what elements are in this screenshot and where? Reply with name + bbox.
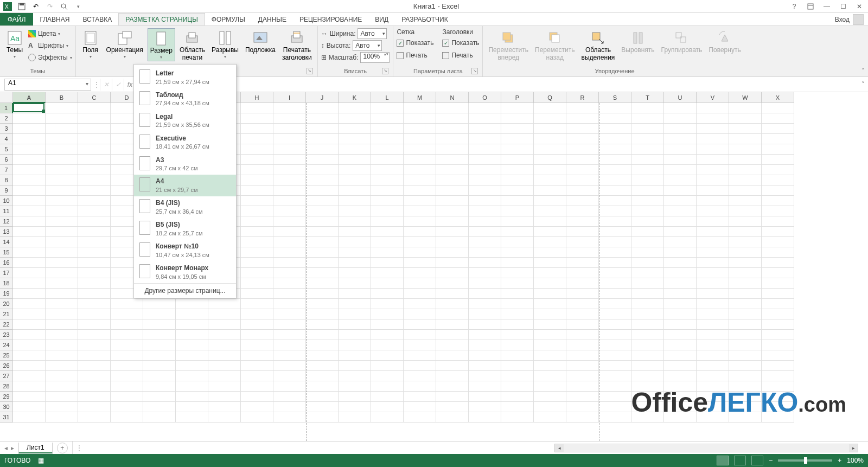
cell[interactable]	[534, 402, 566, 412]
cell[interactable]	[599, 268, 631, 278]
cell[interactable]	[631, 258, 664, 268]
cell[interactable]	[469, 258, 501, 268]
cell[interactable]	[78, 289, 111, 299]
cell[interactable]	[371, 165, 404, 175]
cell[interactable]	[78, 124, 111, 134]
cell[interactable]	[306, 361, 339, 371]
cell[interactable]	[371, 227, 404, 237]
cell[interactable]	[78, 330, 111, 340]
cell[interactable]	[631, 361, 664, 371]
cell[interactable]	[469, 381, 501, 392]
cell[interactable]	[176, 350, 208, 361]
cell[interactable]	[697, 144, 729, 155]
cell[interactable]	[339, 278, 371, 289]
cell[interactable]	[371, 412, 404, 423]
cell[interactable]	[599, 196, 631, 206]
cell[interactable]	[241, 103, 273, 113]
cell[interactable]	[501, 196, 534, 206]
cell[interactable]	[306, 196, 339, 206]
cell[interactable]	[241, 175, 273, 185]
size-option[interactable]: Таблоид27,94 см x 43,18 см	[134, 88, 236, 110]
cell[interactable]	[534, 196, 566, 206]
cell[interactable]	[697, 381, 729, 392]
tab-формулы[interactable]: ФОРМУЛЫ	[205, 13, 252, 25]
cell[interactable]	[762, 227, 794, 237]
cell[interactable]	[762, 247, 794, 258]
cell[interactable]	[436, 247, 469, 258]
cell[interactable]	[78, 165, 111, 175]
size-option[interactable]: A421 см x 29,7 см	[134, 175, 236, 196]
cell[interactable]	[46, 196, 78, 206]
row-header[interactable]: 11	[0, 206, 13, 216]
cell[interactable]	[273, 216, 306, 227]
cell[interactable]	[436, 371, 469, 381]
cell[interactable]	[273, 258, 306, 268]
cell[interactable]	[78, 175, 111, 185]
tab-разработчик[interactable]: РАЗРАБОТЧИК	[395, 13, 455, 25]
cell[interactable]	[46, 381, 78, 392]
cell[interactable]	[631, 268, 664, 278]
cell[interactable]	[46, 185, 78, 196]
cell[interactable]	[566, 319, 599, 330]
cell[interactable]	[371, 381, 404, 392]
cell[interactable]	[273, 155, 306, 165]
cell[interactable]	[371, 392, 404, 402]
cell[interactable]	[534, 124, 566, 134]
cell[interactable]	[306, 412, 339, 423]
cell[interactable]	[501, 289, 534, 299]
cell[interactable]	[729, 155, 762, 165]
cell[interactable]	[371, 330, 404, 340]
cell[interactable]	[631, 381, 664, 392]
row-header[interactable]: 22	[0, 319, 13, 330]
cell[interactable]	[436, 299, 469, 309]
cell[interactable]	[534, 330, 566, 340]
cell[interactable]	[566, 268, 599, 278]
cell[interactable]	[339, 412, 371, 423]
cell[interactable]	[13, 206, 46, 216]
row-header[interactable]: 27	[0, 371, 13, 381]
cell[interactable]	[111, 319, 143, 330]
column-header[interactable]: K	[339, 92, 371, 103]
cell[interactable]	[436, 392, 469, 402]
cell[interactable]	[566, 155, 599, 165]
cell[interactable]	[436, 216, 469, 227]
cell[interactable]	[729, 144, 762, 155]
print-titles-button[interactable]: Печатать заголовки	[280, 28, 314, 63]
cell[interactable]	[273, 299, 306, 309]
cell[interactable]	[78, 268, 111, 278]
cell[interactable]	[273, 247, 306, 258]
cell[interactable]	[729, 247, 762, 258]
size-option[interactable]: Конверт Монарх9,84 см x 19,05 см	[134, 261, 236, 283]
cell[interactable]	[273, 196, 306, 206]
cell[interactable]	[208, 319, 241, 330]
cell[interactable]	[631, 124, 664, 134]
rotate-button[interactable]: Повернуть	[706, 28, 743, 55]
cell[interactable]	[371, 206, 404, 216]
cell[interactable]	[241, 144, 273, 155]
cell[interactable]	[78, 350, 111, 361]
cell[interactable]	[534, 309, 566, 319]
cell[interactable]	[534, 319, 566, 330]
cell[interactable]	[566, 309, 599, 319]
cell[interactable]	[371, 134, 404, 144]
cell[interactable]	[306, 175, 339, 185]
cell[interactable]	[599, 278, 631, 289]
cell[interactable]	[469, 113, 501, 124]
orientation-button[interactable]: Ориентация▾	[104, 28, 145, 60]
cell[interactable]	[13, 216, 46, 227]
formula-input[interactable]	[136, 79, 858, 91]
cell[interactable]	[241, 185, 273, 196]
avatar-icon[interactable]	[853, 14, 864, 25]
cell[interactable]	[339, 392, 371, 402]
cell[interactable]	[566, 258, 599, 268]
cell[interactable]	[664, 361, 697, 371]
cell[interactable]	[631, 113, 664, 124]
cell[interactable]	[534, 371, 566, 381]
cell[interactable]	[599, 299, 631, 309]
cell[interactable]	[664, 381, 697, 392]
cell[interactable]	[436, 361, 469, 371]
cell[interactable]	[697, 196, 729, 206]
cell[interactable]	[339, 144, 371, 155]
cell[interactable]	[762, 309, 794, 319]
cell[interactable]	[697, 412, 729, 423]
